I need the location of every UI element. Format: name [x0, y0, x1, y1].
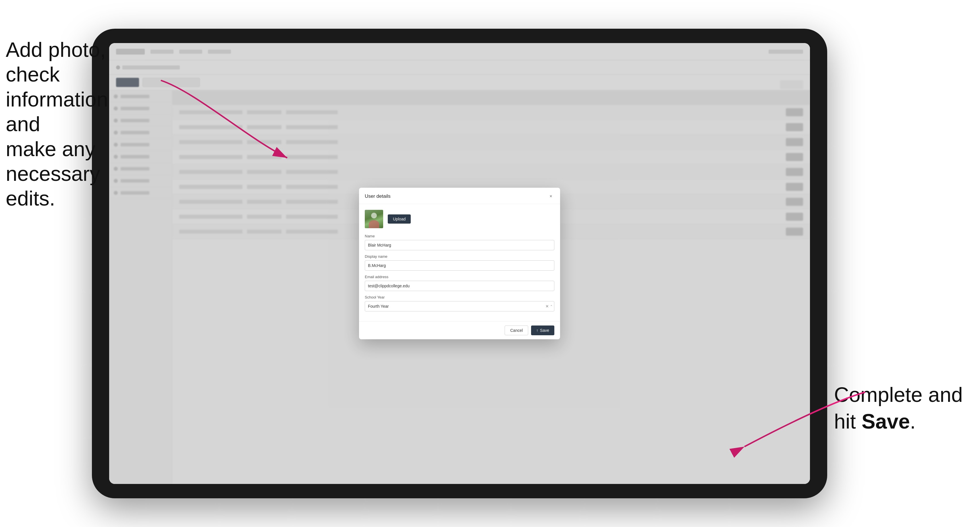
email-input[interactable] [365, 281, 554, 291]
annotation-left-line2: information and [6, 88, 108, 135]
email-label: Email address [365, 275, 554, 279]
photo-section: Upload [365, 210, 554, 228]
tablet-device: User details × Upload Name [92, 29, 827, 498]
modal-footer: Cancel ↑ Save [359, 321, 560, 339]
school-year-select[interactable]: Fourth Year Third Year Second Year First… [365, 301, 554, 311]
annotation-left-line1: Add photo, check [6, 38, 106, 86]
display-name-field-group: Display name [365, 254, 554, 271]
annotation-right-line2: hit [834, 410, 862, 433]
upload-photo-button[interactable]: Upload [388, 214, 411, 224]
right-annotation: Complete and hit Save. [834, 381, 963, 435]
cancel-button[interactable]: Cancel [505, 325, 528, 335]
name-field-group: Name [365, 234, 554, 250]
school-year-label: School Year [365, 295, 554, 299]
display-name-input[interactable] [365, 260, 554, 271]
modal-body: Upload Name Display name Email addre [359, 204, 560, 321]
user-details-modal: User details × Upload Name [359, 188, 560, 339]
save-button[interactable]: ↑ Save [531, 325, 554, 335]
email-field-group: Email address [365, 275, 554, 291]
save-icon: ↑ [536, 328, 538, 333]
name-label: Name [365, 234, 554, 238]
name-input[interactable] [365, 240, 554, 250]
annotation-left-line4: necessary edits. [6, 162, 100, 210]
display-name-label: Display name [365, 254, 554, 259]
tablet-screen: User details × Upload Name [109, 43, 810, 484]
annotation-right-bold: Save [862, 410, 910, 433]
user-photo-thumbnail [365, 210, 383, 228]
annotation-right-end: . [910, 410, 916, 433]
modal-header: User details × [359, 188, 560, 204]
modal-overlay: User details × Upload Name [109, 43, 810, 484]
modal-title: User details [365, 194, 391, 199]
school-year-select-wrapper: Fourth Year Third Year Second Year First… [365, 301, 554, 311]
select-clear-icon[interactable]: ✕ [546, 304, 549, 309]
school-year-field-group: School Year Fourth Year Third Year Secon… [365, 295, 554, 311]
modal-close-button[interactable]: × [547, 193, 554, 200]
annotation-left-line3: make any [6, 138, 95, 160]
save-label: Save [540, 328, 549, 333]
annotation-right-line1: Complete and [834, 383, 963, 406]
photo-person-image [365, 210, 383, 228]
